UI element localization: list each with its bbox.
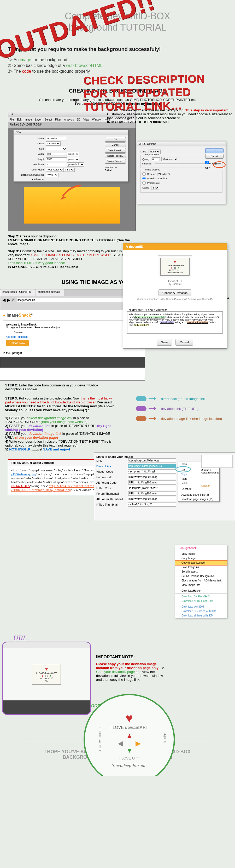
reload-icon[interactable]: ⟳ <box>12 298 15 303</box>
heart-icon: ♥ <box>126 711 133 725</box>
page-header: Complete deviantID-BOX background TUTORI… <box>0 0 235 46</box>
legend: direct-background-image-link deviation-l… <box>136 396 222 426</box>
forward-icon[interactable]: ▶ <box>7 298 10 303</box>
ps-cancel-button[interactable]: Cancel <box>105 143 126 147</box>
requirements-title: Things that you require to make the back… <box>8 46 227 52</box>
cancel-button[interactable]: Cancel <box>175 339 193 346</box>
step1-text: STEP 1: Choose an image size for the bac… <box>107 108 232 124</box>
imageshack-logo: ● ImageShack® <box>3 313 142 318</box>
size-highlight-circle <box>213 161 226 168</box>
photoshop-window: Ps FileEditImageLayerSelectFilterAnalysi… <box>8 111 136 231</box>
copy-highlight-circle <box>175 466 191 472</box>
choose-deviation-button[interactable]: Choose A Deviation <box>159 289 191 296</box>
rightclick-menu: on right-click View Image Copy Image Cop… <box>175 545 227 618</box>
req-item: 1> An image for the background. <box>8 58 227 62</box>
requirements-list: 1> An image for the background. 2> Some … <box>8 58 227 74</box>
tell-textarea[interactable]: <div class="popup2-moremenu"><br/><div c… <box>127 311 223 334</box>
ps-ok-button[interactable]: OK <box>105 137 126 142</box>
arrow-icon <box>58 184 84 203</box>
arrow-left-icon: ◀ <box>118 739 123 747</box>
bottom-row: URL zoomed ♥I LOVE deviantART ▲ ◀ ▶ ▼ I … <box>0 642 235 715</box>
req-item: 2> Some basic knowledge of a web-browser… <box>8 63 227 68</box>
deviantid-popup: ✎ deviantID ♥I LOVE deviantART ▲ ◀ ▶ ▼ I… <box>123 243 227 348</box>
copy-image-location[interactable]: Copy Image Location <box>175 561 227 565</box>
arrow-right-icon: ▶ <box>136 739 141 747</box>
arrow-up-icon: ▲ <box>126 732 133 740</box>
requirements-section: Things that you require to make the back… <box>0 46 235 80</box>
step2-block: STEP 2: Enter the code from comments in … <box>0 381 120 394</box>
step3-block: STEP 3: Put your links in the provided c… <box>0 394 120 454</box>
jpeg-cancel-button[interactable]: Cancel <box>205 154 224 159</box>
step2-text: Step 2: Create your background. I MADE A… <box>8 234 133 246</box>
back-icon[interactable]: ◀ <box>2 298 5 303</box>
url-handwritten-label: URL <box>13 634 27 642</box>
bottom-browser: ♥I LOVE deviantART ▲ ◀ ▶ ▼ I LOVE U ^^Si… <box>2 642 91 715</box>
pencil-icon: ✎ <box>126 245 128 249</box>
arrow-down-icon: ▼ <box>126 746 133 754</box>
share-links-panel: Links to share your image: Link Direct L… <box>94 452 235 520</box>
jpeg-ok-button[interactable]: OK <box>205 148 224 153</box>
use-section: USING THE IMAGE AS YOUR BACKGROUND Image… <box>0 279 235 715</box>
step3-text: Step 3: Optimizing the file size.This st… <box>8 249 133 269</box>
ps-new-dialog: New Name: Preset:Custom Size: Width:pixe… <box>13 129 128 182</box>
browse-button[interactable]: Browse… <box>6 330 33 335</box>
deviantid-thumb[interactable]: ♥I LOVE deviantART ▲ ◀ ▶ ▼ I LOVE U ^^Sh… <box>158 255 192 278</box>
ps-preset-select[interactable]: Custom <box>46 142 61 146</box>
ps-name-input[interactable] <box>46 137 67 141</box>
page-title: Complete deviantID-BOX background TUTORI… <box>0 10 235 33</box>
create-title: CREATING THE BACKGROUND IMAGE <box>8 88 227 94</box>
req-item: 3> The code to use the background proper… <box>8 69 227 74</box>
jpeg-options-dialog: JPEG Options Matte:None Image Options Qu… <box>137 141 226 204</box>
upload-button[interactable]: Upload Now <box>6 340 29 346</box>
save-button[interactable]: Save <box>157 339 172 346</box>
